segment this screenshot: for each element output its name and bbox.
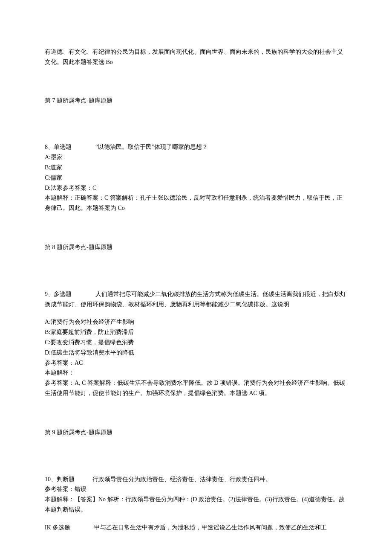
q8-option-a: A:墨家: [45, 152, 347, 163]
q9-option-c: C:要改变消费习惯，提倡绿色消费: [45, 337, 347, 348]
text: 第 7 题所属考点-题库原题: [45, 97, 112, 104]
q10-answer: 参考答案：错误: [45, 484, 347, 494]
document-page: 有道德、有文化、有纪律的公民为目标，发展面向现代化、面向世界、面向未来的，民族的…: [0, 0, 392, 555]
q9-topic-tag: 第 9 题所属考点-题库原题: [45, 427, 347, 438]
question-11-fragment: IK 多选题 甲与乙在日常生活中有矛盾，为泄私愤，甲造谣说乙生活作风有问题，致使…: [45, 523, 347, 533]
question-8: 8、单选题 “以德治民。取信于民”体现了哪家的思想？ A:墨家 B:道家 C:儒…: [45, 142, 347, 213]
q8-option-c: C:儒家: [45, 173, 347, 183]
q9-answer: 参考答案：AC: [45, 358, 347, 368]
q7-topic-tag: 第 7 题所属考点-题库原题: [45, 96, 347, 106]
q9-option-d: D:低碳生活将导致消费水平的降低: [45, 348, 347, 358]
fragment-previous-explanation: 有道德、有文化、有纪律的公民为目标，发展面向现代化、面向世界、面向未来的，民族的…: [45, 47, 347, 67]
q8-topic-tag: 第 8 题所属考点-题库原题: [45, 242, 347, 253]
q8-explanation: 本题解释：正确答案：C 答案解析：孔子主张以德治民，反对苛政和任意刑杀，统治者要…: [45, 193, 347, 213]
question-9: 9、多选题 人们通常把尽可能减少二氧化碳排放的生活方式称为低碳生活。低碳生活离我…: [45, 289, 347, 398]
q8-option-d-answer: D:法家参考答案：C: [45, 183, 347, 193]
q9-explanation: 参考答案：A, C 答案解释：低碳生活不会导致消费水平降低。故 D 项错误。消费…: [45, 378, 347, 398]
q9-option-b: B:家庭要超前消费，防止消费滞后: [45, 327, 347, 337]
q9-explanation-label: 本题解释：: [45, 368, 347, 378]
q9-option-a: A:消费行为会对社会经济产生影响: [45, 317, 347, 327]
q10-explanation: 本题解释：【答案】No 解析：行政领导责任分为四种：(D 政治责任。(2)法律责…: [45, 494, 347, 515]
q10-heading: 10、判断题 行政领导责任分为政治责任、经济责任、法律责任、行政责任四种。: [45, 474, 347, 485]
text: 第 9 题所属考点-题库原题: [45, 429, 112, 436]
text: 有道德、有文化、有纪律的公民为目标，发展面向现代化、面向世界、面向未来的，民族的…: [45, 49, 343, 65]
q9-heading: 9、多选题 人们通常把尽可能减少二氧化碳排放的生活方式称为低碳生活。低碳生活离我…: [45, 289, 347, 310]
q8-option-b: B:道家: [45, 163, 347, 173]
q11-heading: IK 多选题 甲与乙在日常生活中有矛盾，为泄私愤，甲造谣说乙生活作风有问题，致使…: [45, 523, 347, 533]
text: 第 8 题所属考点-题库原题: [45, 244, 112, 250]
q8-heading: 8、单选题 “以德治民。取信于民”体现了哪家的思想？: [45, 142, 347, 152]
question-10: 10、判断题 行政领导责任分为政治责任、经济责任、法律责任、行政责任四种。 参考…: [45, 474, 347, 515]
